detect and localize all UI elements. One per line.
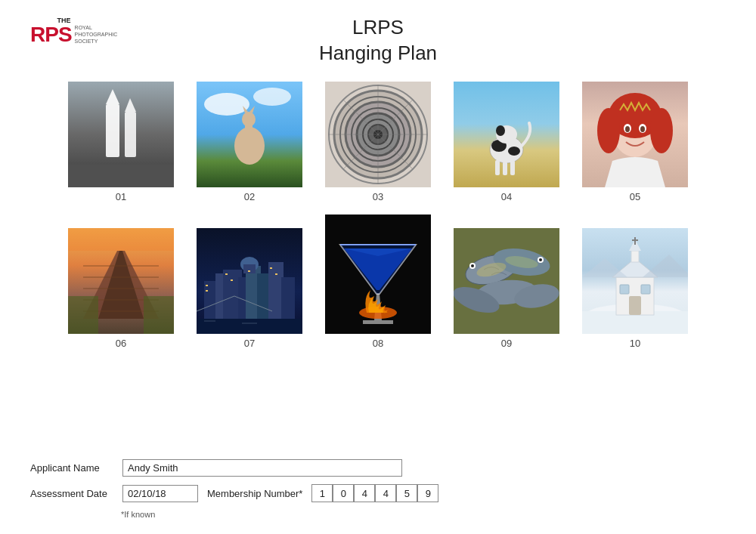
svg-rect-57 bbox=[144, 296, 174, 334]
photo-item-07: 07 bbox=[197, 228, 302, 349]
svg-point-46 bbox=[625, 126, 630, 132]
svg-rect-38 bbox=[510, 160, 515, 175]
photo-item-02: 02 bbox=[197, 82, 302, 202]
photo-item-03: 03 bbox=[325, 82, 431, 202]
photo-04-box bbox=[454, 82, 559, 187]
svg-point-35 bbox=[496, 125, 505, 136]
photo-number-04: 04 bbox=[501, 191, 512, 202]
photo-05-box bbox=[582, 82, 688, 187]
svg-rect-84 bbox=[363, 320, 393, 324]
svg-rect-56 bbox=[68, 296, 98, 334]
svg-rect-74 bbox=[248, 270, 250, 272]
applicant-name-input[interactable] bbox=[122, 459, 402, 477]
svg-point-8 bbox=[253, 88, 291, 106]
title-line1: LRPS bbox=[319, 15, 437, 41]
membership-digit-2[interactable] bbox=[333, 484, 354, 502]
svg-rect-36 bbox=[495, 160, 500, 175]
photo-number-07: 07 bbox=[244, 338, 255, 349]
photo-row-2: 06 bbox=[30, 215, 726, 349]
photo-03-box bbox=[325, 82, 431, 187]
photo-row-1: 01 bbox=[30, 82, 726, 202]
svg-rect-69 bbox=[243, 264, 256, 273]
form-section: Applicant Name Assessment Date Membershi… bbox=[30, 459, 726, 519]
assessment-date-input[interactable] bbox=[122, 485, 198, 502]
membership-digit-4[interactable] bbox=[375, 484, 396, 502]
svg-rect-109 bbox=[631, 251, 639, 262]
svg-point-99 bbox=[471, 264, 474, 267]
svg-rect-75 bbox=[270, 267, 272, 269]
applicant-name-label: Applicant Name bbox=[30, 462, 113, 474]
svg-rect-1 bbox=[106, 104, 119, 157]
photo-07-box bbox=[197, 228, 302, 334]
logo-rps: RPS bbox=[30, 24, 72, 45]
membership-digit-5[interactable] bbox=[396, 484, 417, 502]
photo-number-01: 01 bbox=[116, 191, 126, 202]
svg-rect-5 bbox=[68, 165, 174, 187]
header: THE RPS ROYAL PHOTOGRAPHIC SOCIETY LRPS … bbox=[30, 15, 726, 66]
photo-09-box bbox=[454, 228, 559, 334]
photo-item-09: 09 bbox=[454, 228, 559, 349]
photo-number-10: 10 bbox=[630, 338, 640, 349]
logo-subtext: ROYAL PHOTOGRAPHIC SOCIETY bbox=[75, 24, 118, 45]
membership-digit-3[interactable] bbox=[354, 484, 375, 502]
svg-point-47 bbox=[640, 126, 645, 132]
photos-section: 01 bbox=[30, 82, 726, 349]
photo-number-09: 09 bbox=[501, 338, 512, 349]
svg-rect-73 bbox=[231, 279, 233, 281]
svg-rect-111 bbox=[629, 296, 641, 315]
assessment-date-label: Assessment Date bbox=[30, 488, 113, 499]
svg-point-43 bbox=[650, 108, 673, 153]
svg-rect-113 bbox=[641, 285, 650, 294]
photo-01-box bbox=[68, 82, 174, 187]
svg-point-42 bbox=[597, 108, 620, 153]
svg-point-12 bbox=[242, 112, 256, 127]
photo-item-10: 10 bbox=[582, 228, 688, 349]
photo-number-02: 02 bbox=[244, 191, 255, 202]
svg-rect-3 bbox=[125, 112, 136, 157]
svg-point-7 bbox=[204, 93, 249, 116]
photo-item-06: 06 bbox=[68, 228, 174, 349]
svg-rect-70 bbox=[206, 285, 208, 286]
photo-number-03: 03 bbox=[373, 191, 383, 202]
title-line2: Hanging Plan bbox=[319, 41, 437, 66]
svg-point-101 bbox=[539, 258, 542, 261]
photo-08-box bbox=[325, 215, 431, 334]
membership-digits-group bbox=[311, 484, 438, 502]
membership-digit-1[interactable] bbox=[311, 484, 333, 502]
applicant-name-row: Applicant Name bbox=[30, 459, 726, 477]
photo-06-box bbox=[68, 228, 174, 334]
svg-rect-79 bbox=[242, 323, 257, 324]
photo-number-05: 05 bbox=[630, 191, 640, 202]
svg-rect-76 bbox=[275, 273, 277, 275]
photo-item-08: 08 bbox=[325, 215, 431, 349]
membership-number-label: Membership Number* bbox=[207, 488, 302, 499]
svg-rect-78 bbox=[204, 320, 215, 322]
photo-item-05: 05 bbox=[582, 82, 688, 202]
page: THE RPS ROYAL PHOTOGRAPHIC SOCIETY LRPS … bbox=[0, 0, 756, 534]
svg-point-33 bbox=[508, 147, 520, 156]
photo-item-04: 04 bbox=[454, 82, 559, 202]
photo-02-box bbox=[197, 82, 302, 187]
svg-rect-112 bbox=[620, 285, 629, 294]
svg-rect-58 bbox=[68, 228, 174, 251]
photo-10-box bbox=[582, 228, 688, 334]
svg-rect-72 bbox=[225, 273, 228, 275]
svg-rect-71 bbox=[206, 290, 208, 292]
title-block: LRPS Hanging Plan bbox=[319, 15, 437, 66]
logo: THE RPS ROYAL PHOTOGRAPHIC SOCIETY bbox=[30, 15, 117, 45]
photo-item-01: 01 bbox=[68, 82, 174, 202]
photo-number-08: 08 bbox=[373, 338, 383, 349]
photo-number-06: 06 bbox=[116, 338, 126, 349]
if-known-note: *If known bbox=[121, 510, 726, 519]
membership-digit-6[interactable] bbox=[417, 484, 438, 502]
assessment-date-row: Assessment Date Membership Number* bbox=[30, 484, 726, 502]
svg-rect-37 bbox=[503, 162, 507, 175]
